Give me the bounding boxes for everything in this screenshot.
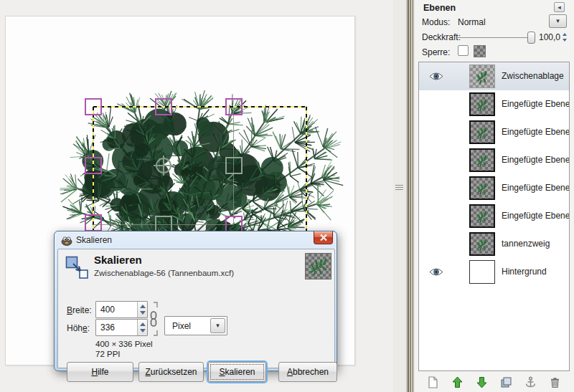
opacity-spinner[interactable]	[562, 32, 568, 42]
panel-title: Ebenen	[423, 3, 456, 13]
layer-name: Eingefügte Ebene#1	[502, 211, 570, 221]
layer-thumbnail[interactable]	[469, 232, 495, 256]
delete-layer-icon[interactable]	[549, 376, 561, 388]
layer-name: Zwischenablage	[502, 71, 564, 81]
dialog-title-text: Skalieren	[76, 235, 112, 245]
anchor-layer-icon[interactable]	[524, 376, 537, 388]
scale-handle-middle-left[interactable]	[85, 157, 102, 174]
opacity-value[interactable]: 100,0	[539, 32, 560, 42]
scale-tool-icon	[65, 255, 90, 280]
layer-thumbnail[interactable]	[469, 64, 495, 88]
layer-boundary-top	[93, 106, 307, 107]
layer-row[interactable]: tannenzweig	[419, 230, 569, 258]
scale-handle-top-left[interactable]	[85, 98, 102, 115]
height-spinner[interactable]	[137, 320, 147, 335]
layer-row[interactable]: Hintergrund	[419, 258, 569, 286]
help-button[interactable]: Hilfe	[67, 362, 133, 382]
scale-handle-top-right[interactable]	[225, 98, 243, 115]
duplicate-layer-icon[interactable]	[500, 376, 512, 388]
layer-name: Eingefügte Ebene#4	[502, 127, 570, 137]
layer-name: Eingefügte Ebene#2	[502, 183, 570, 193]
reset-button[interactable]: Zurücksetzen	[138, 362, 204, 382]
layer-name: Hintergrund	[502, 267, 547, 277]
scale-dialog: Skalieren Skalieren Zwischenablage-56 (T…	[54, 231, 337, 371]
unit-select[interactable]: Pixel ▾	[164, 316, 227, 335]
chain-link-icon[interactable]	[147, 300, 160, 338]
opacity-slider-track[interactable]	[458, 37, 531, 38]
visibility-eye-icon[interactable]	[429, 72, 443, 81]
gimp-wilber-icon	[61, 234, 72, 246]
mode-label: Modus:	[422, 17, 450, 27]
layer-row[interactable]: Eingefügte Ebene#4	[419, 118, 569, 146]
dialog-subtitle: Zwischenablage-56 (Tannenbaum.xcf)	[94, 269, 234, 277]
layer-list: Zwischenablage Eingefügte Ebene#5 Eingef…	[418, 62, 570, 371]
layer-row[interactable]: Zwischenablage	[419, 62, 569, 90]
ppi-info: 72 PPI	[95, 350, 121, 358]
divider-grip-icon[interactable]	[395, 183, 403, 191]
layer-thumbnail[interactable]	[469, 204, 495, 228]
size-info: 400 × 336 Pixel	[95, 340, 153, 348]
lower-layer-icon[interactable]	[476, 376, 488, 388]
height-label: Höhe:	[67, 323, 90, 333]
unit-value: Pixel	[172, 321, 191, 331]
unit-dropdown-button[interactable]: ▾	[210, 318, 225, 333]
scale-handle-bottom-left[interactable]	[85, 214, 102, 231]
width-label: Breite:	[67, 305, 92, 315]
dialog-body: Skalieren Zwischenablage-56 (Tannenbaum.…	[57, 249, 335, 368]
new-layer-icon[interactable]	[427, 376, 439, 388]
height-input[interactable]: 336	[95, 319, 148, 336]
visibility-eye-icon[interactable]	[429, 267, 443, 277]
layer-thumbnail[interactable]	[469, 148, 495, 172]
pane-divider[interactable]	[393, 0, 406, 392]
scale-handle-top-middle[interactable]	[155, 98, 172, 115]
height-value[interactable]: 336	[100, 322, 115, 333]
opacity-label: Deckkraft:	[422, 32, 461, 42]
layer-thumbnail[interactable]	[469, 92, 495, 116]
dock-window-border	[406, 0, 415, 392]
layer-name: tannenzweig	[502, 239, 550, 249]
scale-handle-middle-right[interactable]	[225, 157, 243, 174]
layer-row[interactable]: Eingefügte Ebene#2	[419, 174, 569, 202]
cancel-button[interactable]: Abbrechen	[278, 362, 337, 382]
layer-name: Eingefügte Ebene#5	[502, 99, 570, 109]
dialog-titlebar[interactable]: Skalieren	[55, 231, 337, 249]
lock-label: Sperre:	[422, 47, 450, 57]
dialog-layer-thumbnail	[305, 253, 331, 279]
layer-thumbnail[interactable]	[469, 120, 495, 144]
tab-menu-button[interactable]: ◂	[554, 2, 565, 12]
width-value[interactable]: 400	[100, 305, 115, 315]
width-spinner[interactable]	[137, 302, 147, 317]
layer-row[interactable]: Eingefügte Ebene#1	[419, 202, 569, 230]
width-input[interactable]: 400	[95, 301, 148, 318]
scale-button[interactable]: Skalieren	[208, 362, 266, 382]
layer-thumbnail[interactable]	[469, 176, 495, 200]
gimp-workspace: Ebenen ◂ Modus: Normal ▾ Deckkraft: 100,…	[0, 0, 574, 392]
layer-name: Eingefügte Ebene#3	[502, 155, 570, 165]
mode-value[interactable]: Normal	[458, 17, 486, 27]
lock-alpha-icon[interactable]	[474, 45, 486, 57]
layer-row[interactable]: Eingefügte Ebene#5	[419, 90, 569, 118]
close-button[interactable]	[314, 231, 333, 244]
lock-checkbox[interactable]	[458, 45, 469, 56]
mode-dropdown-button[interactable]: ▾	[549, 14, 567, 28]
layers-panel: Ebenen ◂ Modus: Normal ▾ Deckkraft: 100,…	[415, 0, 574, 392]
layer-thumbnail[interactable]	[469, 260, 495, 284]
transform-center-icon[interactable]	[153, 155, 174, 176]
dialog-heading: Skalieren	[94, 254, 142, 266]
layer-toolbar	[418, 373, 570, 391]
raise-layer-icon[interactable]	[451, 376, 464, 388]
layer-row[interactable]: Eingefügte Ebene#3	[419, 146, 569, 174]
opacity-slider-handle[interactable]	[527, 32, 535, 44]
